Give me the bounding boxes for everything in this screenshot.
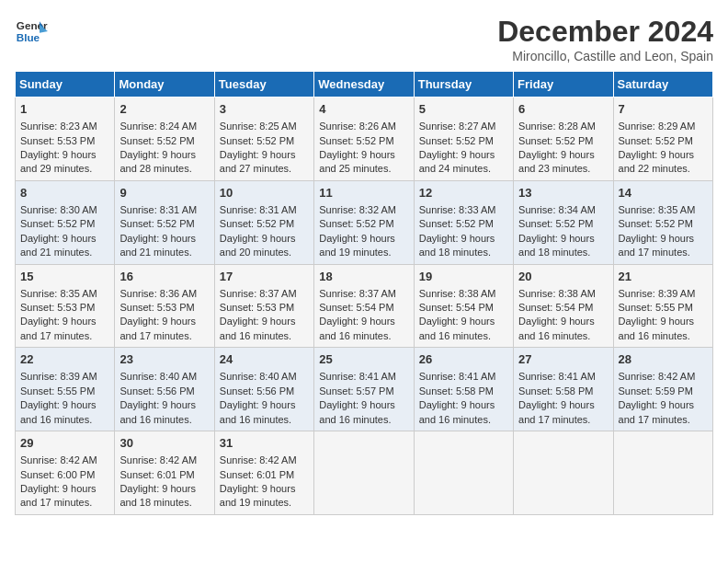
day-info: Daylight: 9 hours: [119, 232, 209, 246]
calendar-cell: 26Sunrise: 8:41 AMSunset: 5:58 PMDayligh…: [414, 348, 513, 431]
day-info: and 22 minutes.: [619, 162, 708, 176]
day-info: Sunset: 5:52 PM: [119, 217, 209, 231]
calendar-cell: 4Sunrise: 8:26 AMSunset: 5:52 PMDaylight…: [314, 98, 414, 181]
day-info: and 20 minutes.: [220, 246, 309, 259]
day-info: Daylight: 9 hours: [619, 398, 708, 412]
day-info: Sunset: 5:52 PM: [619, 217, 708, 231]
calendar-cell: 5Sunrise: 8:27 AMSunset: 5:52 PMDaylight…: [414, 98, 513, 181]
day-info: Daylight: 9 hours: [119, 148, 209, 162]
day-info: Sunrise: 8:30 AM: [20, 203, 109, 217]
day-info: Daylight: 9 hours: [419, 232, 508, 246]
day-info: Daylight: 9 hours: [619, 315, 708, 328]
day-info: and 16 minutes.: [419, 413, 508, 427]
day-info: Sunrise: 8:41 AM: [518, 370, 608, 384]
title-block: December 2024 Mironcillo, Castille and L…: [497, 15, 713, 63]
calendar-cell: 19Sunrise: 8:38 AMSunset: 5:54 PMDayligh…: [414, 264, 513, 348]
calendar-header-sunday: Sunday: [16, 72, 115, 98]
day-number: 23: [119, 351, 209, 368]
day-info: Sunset: 5:52 PM: [119, 134, 209, 148]
day-info: Sunset: 5:52 PM: [319, 134, 408, 148]
day-info: Sunset: 5:54 PM: [319, 301, 408, 315]
day-info: Daylight: 9 hours: [20, 315, 109, 328]
calendar-cell: 21Sunrise: 8:39 AMSunset: 5:55 PMDayligh…: [613, 264, 712, 348]
svg-text:Blue: Blue: [17, 31, 40, 43]
calendar-cell: 8Sunrise: 8:30 AMSunset: 5:52 PMDaylight…: [16, 180, 115, 264]
day-info: Sunset: 5:56 PM: [119, 385, 209, 398]
day-info: Sunset: 6:01 PM: [119, 468, 209, 482]
logo: General Blue: [15, 15, 48, 48]
calendar-cell: 7Sunrise: 8:29 AMSunset: 5:52 PMDaylight…: [613, 98, 712, 181]
day-info: and 16 minutes.: [419, 329, 508, 343]
day-info: and 18 minutes.: [119, 496, 209, 510]
day-info: Daylight: 9 hours: [319, 232, 408, 246]
day-number: 12: [419, 185, 508, 201]
day-info: Sunrise: 8:23 AM: [20, 120, 109, 133]
day-number: 18: [319, 269, 408, 285]
day-info: Daylight: 9 hours: [619, 232, 708, 246]
day-info: and 21 minutes.: [119, 246, 209, 259]
calendar-cell: 27Sunrise: 8:41 AMSunset: 5:58 PMDayligh…: [514, 348, 613, 431]
calendar-cell: 22Sunrise: 8:39 AMSunset: 5:55 PMDayligh…: [16, 348, 115, 431]
day-info: Daylight: 9 hours: [220, 232, 309, 246]
day-info: Sunset: 5:52 PM: [518, 217, 608, 231]
day-info: Sunset: 5:53 PM: [20, 301, 109, 315]
day-info: Sunrise: 8:34 AM: [518, 203, 608, 217]
day-info: and 16 minutes.: [518, 329, 608, 343]
page-header: General Blue December 2024 Mironcillo, C…: [15, 15, 713, 63]
day-info: Sunrise: 8:39 AM: [619, 287, 708, 301]
day-info: and 27 minutes.: [220, 162, 309, 176]
day-number: 25: [319, 351, 408, 368]
day-info: and 16 minutes.: [319, 329, 408, 343]
day-info: Sunrise: 8:41 AM: [319, 370, 408, 384]
day-info: Sunrise: 8:42 AM: [220, 454, 309, 467]
calendar-cell: 2Sunrise: 8:24 AMSunset: 5:52 PMDaylight…: [115, 98, 214, 181]
day-info: Sunrise: 8:39 AM: [20, 370, 109, 384]
day-info: Sunset: 5:56 PM: [220, 385, 309, 398]
day-number: 11: [319, 185, 408, 201]
day-number: 14: [619, 185, 708, 201]
calendar-cell: 18Sunrise: 8:37 AMSunset: 5:54 PMDayligh…: [314, 264, 414, 348]
day-number: 1: [20, 101, 109, 118]
main-title: December 2024: [497, 15, 713, 49]
day-info: Sunset: 6:00 PM: [20, 468, 109, 482]
day-info: Sunrise: 8:27 AM: [419, 120, 508, 133]
day-info: Sunrise: 8:29 AM: [619, 120, 708, 133]
day-info: Daylight: 9 hours: [518, 148, 608, 162]
day-info: Sunset: 5:52 PM: [619, 134, 708, 148]
day-number: 9: [119, 185, 209, 201]
calendar-cell: 15Sunrise: 8:35 AMSunset: 5:53 PMDayligh…: [16, 264, 115, 348]
day-info: Sunrise: 8:31 AM: [220, 203, 309, 217]
calendar-header-row: SundayMondayTuesdayWednesdayThursdayFrid…: [16, 72, 713, 98]
day-info: and 16 minutes.: [119, 413, 209, 427]
day-number: 16: [119, 269, 209, 285]
day-info: Sunset: 5:52 PM: [419, 217, 508, 231]
day-info: Sunset: 5:53 PM: [119, 301, 209, 315]
day-info: Daylight: 9 hours: [119, 315, 209, 328]
day-info: Sunrise: 8:28 AM: [518, 120, 608, 133]
day-info: Daylight: 9 hours: [319, 398, 408, 412]
day-info: Sunset: 5:52 PM: [518, 134, 608, 148]
logo-icon: General Blue: [15, 15, 48, 48]
day-info: Daylight: 9 hours: [20, 232, 109, 246]
day-info: Daylight: 9 hours: [220, 148, 309, 162]
day-info: Sunrise: 8:41 AM: [419, 370, 508, 384]
day-number: 29: [20, 435, 109, 452]
calendar-cell: 1Sunrise: 8:23 AMSunset: 5:53 PMDaylight…: [16, 98, 115, 181]
day-number: 10: [220, 185, 309, 201]
day-info: Sunrise: 8:38 AM: [419, 287, 508, 301]
day-info: and 17 minutes.: [20, 329, 109, 343]
day-info: Daylight: 9 hours: [419, 398, 508, 412]
day-number: 20: [518, 269, 608, 285]
calendar-cell: 14Sunrise: 8:35 AMSunset: 5:52 PMDayligh…: [613, 180, 712, 264]
day-info: Sunset: 6:01 PM: [220, 468, 309, 482]
calendar-cell: 12Sunrise: 8:33 AMSunset: 5:52 PMDayligh…: [414, 180, 513, 264]
calendar-cell: 9Sunrise: 8:31 AMSunset: 5:52 PMDaylight…: [115, 180, 214, 264]
calendar-week-row: 29Sunrise: 8:42 AMSunset: 6:00 PMDayligh…: [16, 431, 713, 515]
calendar-header-wednesday: Wednesday: [314, 72, 414, 98]
calendar-week-row: 8Sunrise: 8:30 AMSunset: 5:52 PMDaylight…: [16, 180, 713, 264]
day-info: Sunset: 5:53 PM: [220, 301, 309, 315]
day-number: 6: [518, 101, 608, 118]
day-info: Sunrise: 8:36 AM: [119, 287, 209, 301]
calendar-week-row: 1Sunrise: 8:23 AMSunset: 5:53 PMDaylight…: [16, 98, 713, 181]
day-info: Sunset: 5:52 PM: [419, 134, 508, 148]
